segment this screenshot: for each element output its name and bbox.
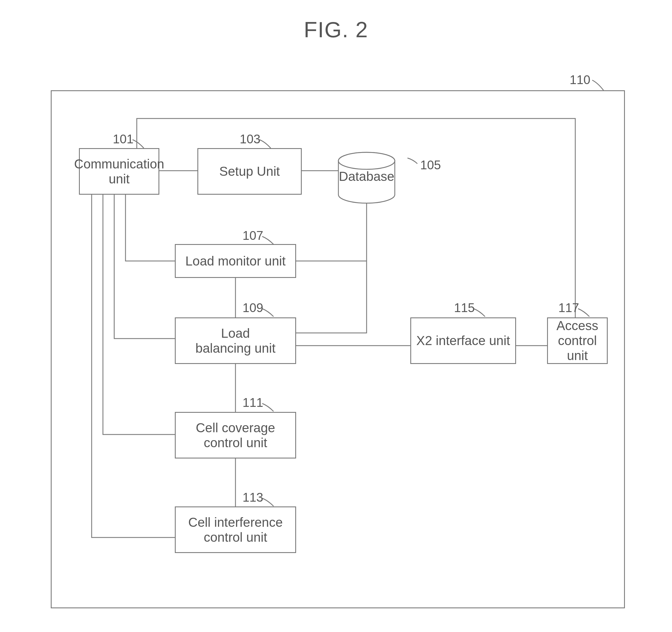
wires-layer (0, 0, 672, 632)
svg-point-8 (338, 153, 395, 169)
cell-coverage-block: Cell coverage control unit (175, 412, 296, 459)
load-balancing-block: Load balancing unit (175, 318, 296, 364)
ref-109: 109 (242, 301, 263, 315)
ref-111: 111 (242, 396, 263, 410)
ref-115: 115 (454, 301, 475, 315)
communication-unit-label: Communication unit (74, 157, 164, 187)
cell-interference-label: Cell interference control unit (188, 515, 283, 545)
database-label: Database (338, 169, 395, 184)
ref-107: 107 (242, 229, 263, 243)
cell-interference-block: Cell interference control unit (175, 507, 296, 553)
ref-117: 117 (558, 301, 579, 315)
load-balancing-label: Load balancing unit (195, 326, 275, 356)
load-monitor-block: Load monitor unit (175, 244, 296, 278)
x2-interface-label: X2 interface unit (416, 333, 510, 348)
page: FIG. 2 (0, 0, 672, 632)
access-control-label: Access control unit (553, 318, 602, 363)
x2-interface-block: X2 interface unit (410, 318, 516, 364)
access-control-block: Access control unit (547, 318, 608, 364)
ref-110: 110 (570, 73, 590, 87)
load-monitor-label: Load monitor unit (185, 254, 285, 268)
setup-unit-label: Setup Unit (219, 164, 280, 179)
setup-unit-block: Setup Unit (197, 148, 302, 195)
ref-101: 101 (113, 132, 134, 146)
ref-113: 113 (242, 490, 263, 505)
ref-103: 103 (240, 132, 260, 146)
communication-unit-block: Communication unit (79, 148, 159, 195)
cell-coverage-label: Cell coverage control unit (196, 420, 275, 450)
ref-105: 105 (420, 158, 441, 172)
